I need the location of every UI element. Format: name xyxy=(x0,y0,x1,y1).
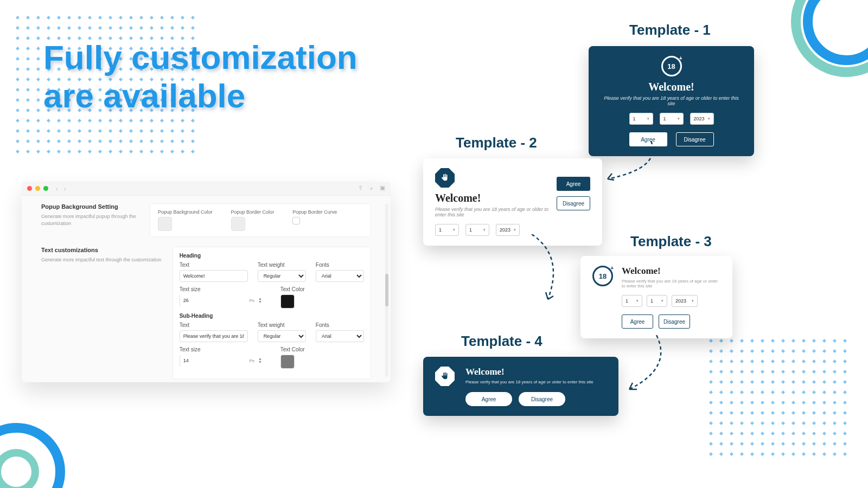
stepper-icon[interactable]: ▲▼ xyxy=(257,297,264,303)
sub-text-input[interactable] xyxy=(180,330,248,342)
heading-weight-label: Text weight xyxy=(258,262,306,268)
connector-arrow xyxy=(624,335,673,395)
template-4-label: Template - 4 xyxy=(461,333,542,350)
template-2-title: Welcome! xyxy=(435,192,549,204)
chevron-down-icon: ▾ xyxy=(678,117,680,121)
chevron-down-icon: ▾ xyxy=(692,299,694,303)
unit-label: Px xyxy=(247,298,257,303)
popup-border-curve-label: Popup Border Curve xyxy=(292,209,337,215)
chevron-down-icon: ▾ xyxy=(636,299,639,303)
template-1-title: Welcome! xyxy=(601,81,742,93)
popup-border-curve-checkbox[interactable] xyxy=(292,217,300,224)
heading-size-field[interactable] xyxy=(180,294,247,306)
template-3-subtitle: Please verify that you are 18 years of a… xyxy=(622,279,720,288)
heading-font-label: Fonts xyxy=(316,262,364,268)
template-1-card: 18+ Welcome! Please verify that you are … xyxy=(589,46,754,156)
sub-font-select[interactable]: Arial xyxy=(316,330,364,342)
sub-size-field[interactable] xyxy=(180,355,247,367)
heading-color-label: Text Color xyxy=(280,286,305,292)
template-1-subtitle: Please verify that you are 18 years of a… xyxy=(601,95,742,106)
headline: Fully customization are available xyxy=(43,38,380,115)
day-select[interactable]: 1▾ xyxy=(629,113,653,125)
text-custom-card: Heading Text Text weight Regular Fonts A… xyxy=(173,247,371,379)
heading-size-input[interactable]: Px ▲▼ xyxy=(180,294,245,306)
window-titlebar: ‹ › ⇪ ＋ ▣ xyxy=(22,182,391,196)
chevron-down-icon: ▾ xyxy=(661,299,663,303)
popup-bg-color-label: Popup Background Color xyxy=(158,209,213,215)
share-icon[interactable]: ⇪ xyxy=(358,184,363,192)
popup-bg-card: Popup Background Color Popup Border Colo… xyxy=(150,203,371,237)
year-select[interactable]: 2023▾ xyxy=(672,295,698,307)
month-select[interactable]: 1▾ xyxy=(647,295,667,307)
sub-weight-select[interactable]: Regular xyxy=(258,330,306,342)
agree-button[interactable]: Agree xyxy=(629,132,667,146)
template-3-title: Welcome! xyxy=(622,266,720,277)
template-3-label: Template - 3 xyxy=(630,233,712,250)
year-select[interactable]: 2023▾ xyxy=(690,113,714,125)
template-2-label: Template - 2 xyxy=(456,134,537,151)
chevron-down-icon: ▾ xyxy=(647,117,649,121)
template-1-label: Template - 1 xyxy=(629,22,711,38)
sub-size-label: Text size xyxy=(180,346,245,352)
popup-border-color-label: Popup Border Color xyxy=(231,209,275,215)
age-18-icon: 18+ xyxy=(592,266,613,286)
year-select[interactable]: 2023▾ xyxy=(496,224,520,236)
decor-arc-bottom-left xyxy=(0,423,65,488)
disagree-button[interactable]: Disagree xyxy=(519,392,565,406)
settings-scrollbar[interactable] xyxy=(385,203,388,377)
sub-size-input[interactable]: Px ▲▼ xyxy=(180,355,245,367)
heading-text-label: Text xyxy=(180,262,248,268)
template-3-card: 18+ Welcome! Please verify that you are … xyxy=(580,256,732,338)
disagree-button[interactable]: Disagree xyxy=(557,196,590,210)
minimize-icon[interactable] xyxy=(35,186,40,191)
agree-button[interactable]: Agree xyxy=(622,314,653,329)
settings-window: ‹ › ⇪ ＋ ▣ Popup Background Setting Gener… xyxy=(22,182,391,382)
section-text-desc: Generate more impactful text through the… xyxy=(41,256,162,264)
unit-label-2: Px xyxy=(247,358,257,363)
section-popup-bg-desc: Generate more impactful popup through th… xyxy=(41,213,139,227)
chevron-down-icon: ▾ xyxy=(708,117,710,121)
section-popup-bg-title: Popup Background Setting xyxy=(41,203,139,210)
heading-text-input[interactable] xyxy=(180,270,248,282)
sub-weight-label: Text weight xyxy=(258,322,306,328)
chevron-down-icon: ▾ xyxy=(514,228,516,232)
scrollbar-thumb[interactable] xyxy=(385,274,388,306)
template-2-card: Welcome! Please verify that you are 18 y… xyxy=(423,158,602,246)
age-18-icon: 18+ xyxy=(661,56,682,76)
template-2-subtitle: Please verify that you are 18 years of a… xyxy=(435,207,549,217)
month-select[interactable]: 1▾ xyxy=(660,113,684,125)
nav-arrows-icon[interactable]: ‹ › xyxy=(56,185,68,192)
heading-weight-select[interactable]: Regular xyxy=(258,270,306,282)
template-4-card: Welcome! Please verify that you are 18 y… xyxy=(423,357,618,416)
stop-hand-icon xyxy=(435,168,455,188)
popup-border-color-swatch[interactable] xyxy=(231,217,245,231)
chevron-down-icon: ▾ xyxy=(453,228,455,232)
template-4-title: Welcome! xyxy=(465,367,607,377)
day-select[interactable]: 1▾ xyxy=(622,295,642,307)
agree-button[interactable]: Agree xyxy=(465,392,512,406)
heading-group-label: Heading xyxy=(180,253,364,259)
decor-arc-top-right xyxy=(803,0,868,65)
stop-hand-icon xyxy=(435,367,455,386)
sub-color-label: Text Color xyxy=(280,346,305,352)
disagree-button[interactable]: Disagree xyxy=(659,314,690,329)
stepper-icon-2[interactable]: ▲▼ xyxy=(257,357,264,363)
chevron-down-icon: ▾ xyxy=(483,228,486,232)
close-icon[interactable] xyxy=(27,186,32,191)
sub-font-label: Fonts xyxy=(316,322,364,328)
subheading-group-label: Sub-Heading xyxy=(180,313,364,319)
heading-font-select[interactable]: Arial xyxy=(316,270,364,282)
month-select[interactable]: 1▾ xyxy=(465,224,489,236)
disagree-button[interactable]: Disagree xyxy=(676,132,714,146)
tabs-icon[interactable]: ▣ xyxy=(380,184,385,192)
add-icon[interactable]: ＋ xyxy=(368,184,374,192)
heading-size-label: Text size xyxy=(180,286,245,292)
template-4-subtitle: Please verify that you are 18 years of a… xyxy=(465,380,607,384)
maximize-icon[interactable] xyxy=(43,186,48,191)
agree-button[interactable]: Agree xyxy=(557,177,590,191)
sub-color-swatch[interactable] xyxy=(280,355,295,369)
popup-bg-color-swatch[interactable] xyxy=(158,217,172,231)
heading-color-swatch[interactable] xyxy=(280,294,295,309)
decor-dots-bottom-right xyxy=(710,339,846,455)
day-select[interactable]: 1▾ xyxy=(435,224,459,236)
